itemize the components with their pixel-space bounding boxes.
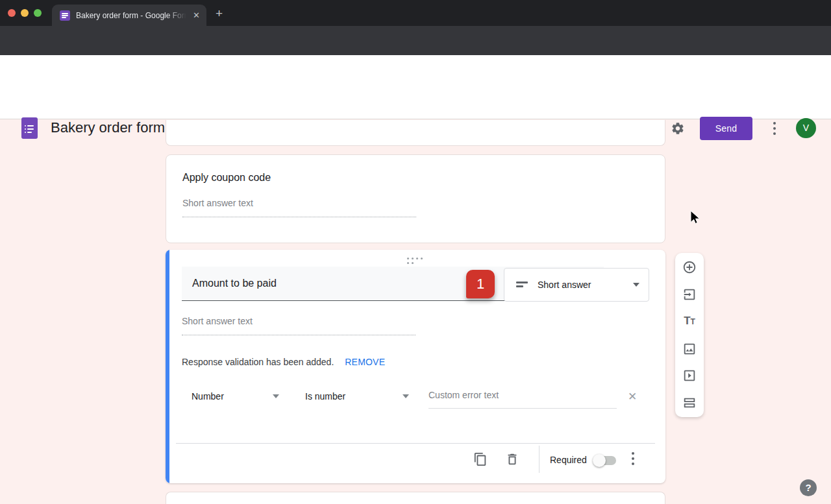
validation-message: Response validation has been added.: [182, 357, 334, 367]
validation-note: Response validation has been added. REMO…: [182, 357, 385, 367]
delete-trash-icon[interactable]: [505, 452, 519, 466]
more-options-icon[interactable]: [773, 122, 776, 138]
add-question-icon[interactable]: [682, 260, 697, 274]
drag-handle[interactable]: [407, 258, 424, 264]
coupon-question-card[interactable]: Apply coupon code Short answer text: [166, 154, 665, 243]
validation-type-label: Number: [192, 391, 224, 402]
required-label: Required: [550, 455, 587, 465]
question-more-options-icon[interactable]: [632, 452, 634, 468]
duplicate-icon[interactable]: [473, 452, 488, 466]
window-zoom-button[interactable]: [34, 9, 42, 17]
short-answer-placeholder: Short answer text: [182, 198, 416, 217]
tab-close-icon[interactable]: ✕: [193, 10, 200, 20]
validation-row: Number Is number Custom error text ✕: [166, 390, 665, 413]
form-title[interactable]: Bakery order form: [51, 119, 165, 136]
short-answer-placeholder: Short answer text: [182, 316, 416, 335]
browser-toolbar: docs.google.com/forms/d/11OiScXtad-2Q9Lc…: [0, 26, 831, 55]
question-card-partial-bottom[interactable]: [166, 492, 665, 504]
question-type-label: Short answer: [538, 280, 591, 290]
account-avatar[interactable]: V: [796, 118, 816, 138]
question-type-dropdown[interactable]: Short answer: [504, 268, 649, 302]
forms-header: Bakery order form All changes saved in D…: [0, 55, 831, 119]
tab-title: Bakery order form - Google Forms: [76, 11, 186, 20]
settings-gear-icon[interactable]: [671, 121, 685, 136]
add-image-icon[interactable]: [682, 342, 697, 356]
question-card-partial-top[interactable]: [166, 120, 665, 146]
selected-question-card[interactable]: Amount to be paid 1 Short answer Short a…: [166, 250, 665, 483]
window-minimize-button[interactable]: [21, 9, 29, 17]
validation-rule-label: Is number: [305, 391, 345, 402]
small-t: T: [691, 317, 695, 326]
browser-tab-strip: Bakery order form - Google Forms ✕ +: [0, 0, 831, 26]
add-video-icon[interactable]: [682, 368, 697, 383]
import-questions-icon[interactable]: [682, 287, 697, 302]
question-title: Apply coupon code: [182, 172, 271, 184]
chevron-down-icon: [403, 394, 409, 398]
footer-divider: [539, 446, 540, 473]
mouse-cursor: [690, 210, 702, 226]
send-button[interactable]: Send: [700, 117, 752, 140]
validation-type-dropdown[interactable]: Number: [192, 391, 279, 402]
window-close-button[interactable]: [8, 9, 16, 17]
remove-validation-button[interactable]: REMOVE: [345, 357, 385, 367]
card-divider: [176, 443, 655, 444]
selected-indicator-bar: [166, 250, 169, 483]
browser-tab[interactable]: Bakery order form - Google Forms ✕: [52, 5, 206, 26]
google-forms-logo-icon[interactable]: [21, 117, 38, 139]
annotation-step-badge: 1: [466, 270, 495, 298]
remove-validation-x-icon[interactable]: ✕: [628, 390, 637, 403]
short-answer-icon: [516, 280, 529, 289]
validation-rule-dropdown[interactable]: Is number: [305, 391, 409, 402]
new-tab-button[interactable]: +: [216, 6, 223, 21]
big-t: T: [684, 315, 690, 327]
chevron-down-icon: [633, 283, 639, 287]
form-builder-toolbar: TT: [675, 253, 704, 417]
chevron-down-icon: [273, 394, 279, 398]
help-button[interactable]: ?: [800, 479, 817, 496]
custom-error-text-input[interactable]: Custom error text: [428, 390, 617, 409]
add-title-text-icon[interactable]: TT: [684, 314, 695, 329]
required-toggle[interactable]: [593, 454, 617, 467]
forms-favicon-icon: [60, 10, 70, 21]
add-section-icon[interactable]: [682, 396, 697, 410]
